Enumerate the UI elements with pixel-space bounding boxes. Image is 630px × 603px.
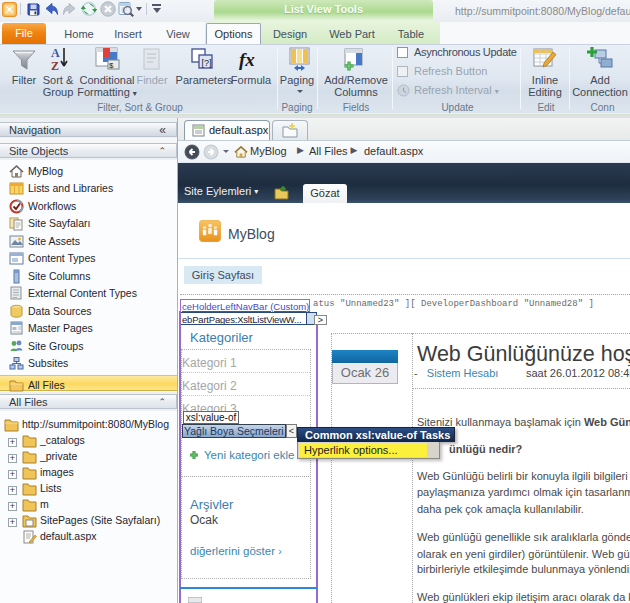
svg-text:A: A [51,46,60,60]
svg-text:[?]: [?] [202,58,212,68]
svg-text:Z: Z [51,59,59,73]
svg-text:fx: fx [239,49,255,70]
svg-text:$: $ [109,61,114,70]
